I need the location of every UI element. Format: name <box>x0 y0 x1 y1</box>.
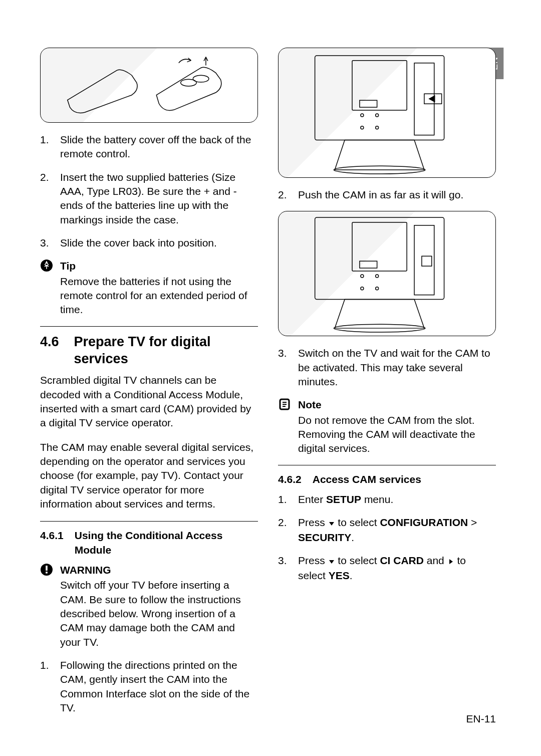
step-text: Push the CAM in as far as it will go. <box>298 189 463 200</box>
note-callout: Note Do not remove the CAM from the slot… <box>278 398 496 455</box>
svg-point-20 <box>361 275 364 278</box>
cam-steps-continue2: Switch on the TV and wait for the CAM to… <box>278 346 496 389</box>
heading-title: Prepare TV for digital services <box>74 334 258 368</box>
list-item: Push the CAM in as far as it will go. <box>278 188 496 202</box>
warning-title: WARNING <box>60 563 258 577</box>
list-item: Following the directions printed on the … <box>40 658 258 715</box>
tip-callout: Tip Remove the batteries if not using th… <box>40 259 258 317</box>
step-text: Switch on the TV and wait for the CAM to… <box>298 347 490 387</box>
warning-body: Switch off your TV before inserting a CA… <box>60 578 258 649</box>
svg-rect-18 <box>422 257 432 267</box>
list-item: Slide the cover back into position. <box>40 236 258 250</box>
yes-label: YES <box>329 570 350 581</box>
note-title: Note <box>298 398 496 412</box>
cam-steps-start: Following the directions printed on the … <box>40 658 258 715</box>
text: Press <box>298 517 328 528</box>
subheading-number: 4.6.1 <box>40 529 64 543</box>
subheading-title: Access CAM services <box>313 472 421 486</box>
configuration-label: CONFIGURATION <box>380 517 468 528</box>
svg-rect-14 <box>360 100 377 107</box>
left-column: Slide the battery cover off the back of … <box>40 48 258 724</box>
page-content: Slide the battery cover off the back of … <box>0 0 541 754</box>
battery-steps: Slide the battery cover off the back of … <box>40 133 258 250</box>
svg-point-22 <box>361 287 364 290</box>
warning-callout: WARNING Switch off your TV before insert… <box>40 563 258 649</box>
step-text: Slide the cover back into position. <box>60 237 217 248</box>
svg-rect-16 <box>352 222 407 271</box>
arrow-right-icon <box>447 555 454 569</box>
note-icon <box>278 398 291 411</box>
svg-rect-7 <box>352 61 407 110</box>
svg-point-13 <box>376 126 379 129</box>
setup-label: SETUP <box>326 493 361 505</box>
ci-card-label: CI CARD <box>380 555 424 566</box>
svg-rect-24 <box>360 262 377 269</box>
page-number: EN-11 <box>466 712 496 726</box>
subheading-number: 4.6.2 <box>278 472 302 486</box>
list-item: Slide the battery cover off the back of … <box>40 133 258 161</box>
list-item: Enter SETUP menu. <box>278 492 496 507</box>
paragraph: Scrambled digital TV channels can be dec… <box>40 373 258 430</box>
text: and <box>424 555 447 566</box>
arrow-down-icon <box>328 555 335 569</box>
list-item: Switch on the TV and wait for the CAM to… <box>278 346 496 389</box>
text: . <box>351 532 354 543</box>
note-body: Do not remove the CAM from the slot. Rem… <box>298 413 496 456</box>
step-text: Insert the two supplied batteries (Size … <box>60 171 237 225</box>
text: Press <box>298 555 328 566</box>
text: menu. <box>361 493 393 505</box>
text: > <box>468 517 477 528</box>
illustration-remote-batteries <box>40 48 258 123</box>
list-item: Press to select CONFIGURATION > SECURITY… <box>278 516 496 545</box>
svg-rect-4 <box>46 566 48 571</box>
svg-rect-15 <box>315 217 444 300</box>
subsection-heading: 4.6.2 Access CAM services <box>278 472 496 486</box>
svg-point-11 <box>376 114 379 117</box>
subheading-title: Using the Conditional Access Module <box>75 529 258 557</box>
warning-icon <box>40 563 53 576</box>
svg-point-10 <box>361 114 364 117</box>
svg-point-21 <box>376 275 379 278</box>
svg-rect-5 <box>46 572 48 574</box>
list-item: Insert the two supplied batteries (Size … <box>40 170 258 227</box>
svg-point-23 <box>376 287 379 290</box>
tip-title: Tip <box>60 259 258 273</box>
svg-point-1 <box>193 75 209 82</box>
access-cam-steps: Enter SETUP menu. Press to select CONFIG… <box>278 492 496 583</box>
tip-body: Remove the batteries if not using the re… <box>60 275 258 317</box>
list-item: Press to select CI CARD and to select YE… <box>278 554 496 583</box>
text: to select <box>335 517 380 528</box>
svg-rect-6 <box>315 56 444 140</box>
paragraph: The CAM may enable several digital servi… <box>40 440 258 512</box>
right-column: Push the CAM in as far as it will go. Sw… <box>278 48 496 724</box>
text: to select <box>335 555 380 566</box>
illustration-tv-cam-pushed <box>278 211 496 336</box>
subsection-heading: 4.6.1 Using the Conditional Access Modul… <box>40 529 258 557</box>
svg-point-12 <box>361 126 364 129</box>
heading-number: 4.6 <box>40 334 59 351</box>
section-heading: 4.6 Prepare TV for digital services <box>40 334 258 368</box>
arrow-down-icon <box>328 517 335 531</box>
illustration-tv-cam-insert <box>278 48 496 178</box>
svg-rect-17 <box>414 225 434 295</box>
divider <box>40 326 258 327</box>
step-text: Slide the battery cover off the back of … <box>60 134 251 159</box>
cam-steps-continue: Push the CAM in as far as it will go. <box>278 188 496 202</box>
text: . <box>350 570 353 581</box>
step-text: Following the directions printed on the … <box>60 659 249 713</box>
security-label: SECURITY <box>298 532 351 543</box>
divider <box>40 521 258 522</box>
tip-icon <box>40 259 53 272</box>
text: Enter <box>298 493 326 505</box>
divider <box>278 465 496 465</box>
